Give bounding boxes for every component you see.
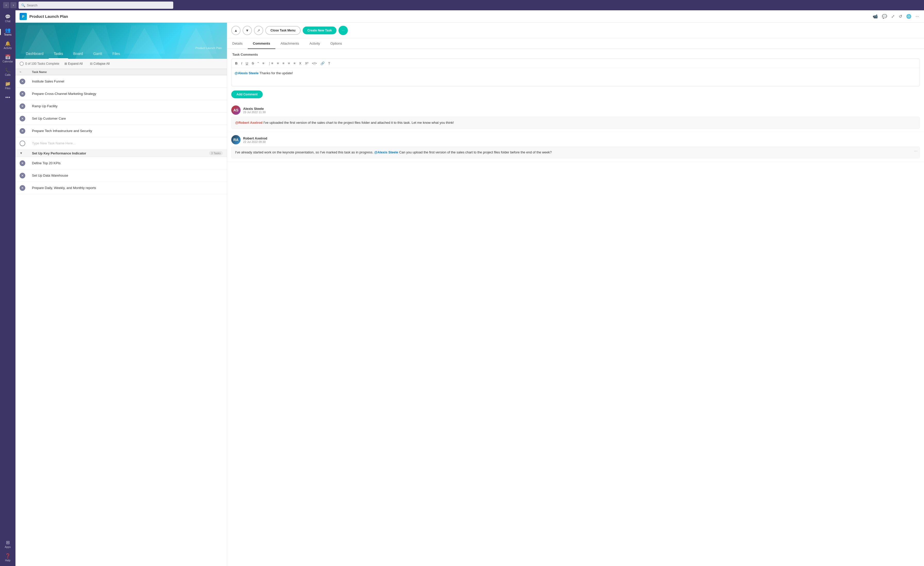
comment-author-row-2: RA Robert Axelrod 22 Jul 2022 09:30 <box>231 135 920 144</box>
format-strikeout-button[interactable]: X <box>298 61 302 66</box>
table-row[interactable]: ✕ Institute Sales Funnel <box>15 75 227 88</box>
task-group-row[interactable]: ▼ Set Up Key Performance Indicator 3 Tas… <box>15 150 227 157</box>
sidebar-more-button[interactable]: ••• <box>3 93 12 102</box>
more-actions-button[interactable]: ··· <box>339 26 348 35</box>
task-list-area: ~ Task Name ✕ Institute Sales Funnel ✕ P… <box>15 69 227 566</box>
format-underline-button[interactable]: U <box>244 61 249 66</box>
comment-text-before-2: I've already started work on the keynote… <box>235 150 374 154</box>
task-check-new[interactable] <box>20 141 25 146</box>
editor-text: Thanks for the update! <box>259 71 293 75</box>
group-chevron-icon[interactable]: ▼ <box>20 152 30 155</box>
format-align-left-button[interactable]: ≡ <box>276 61 280 66</box>
format-quote-button[interactable]: " <box>256 61 260 66</box>
chat-icon-btn[interactable]: 💬 <box>881 13 888 20</box>
collapse-all-button[interactable]: ⊟ Collapse All <box>88 61 112 66</box>
more-icon-btn[interactable]: ··· <box>915 13 920 20</box>
search-input[interactable] <box>27 3 171 7</box>
table-row[interactable]: ✕ Prepare Daily, Weekly, and Monthly rep… <box>15 182 227 194</box>
search-bar[interactable]: 🔍 <box>19 2 173 9</box>
right-action-bar: ▲ ▼ ↗ Close Task Menu Create New Task ··… <box>227 23 924 38</box>
task-check-7[interactable]: ✕ <box>20 161 25 166</box>
format-italic-button[interactable]: I <box>240 61 243 66</box>
format-strikethrough-button[interactable]: S <box>250 61 255 66</box>
navigate-down-button[interactable]: ▼ <box>243 26 252 35</box>
tab-comments[interactable]: Comments <box>248 38 275 49</box>
format-align-right-button[interactable]: ≡ <box>287 61 291 66</box>
sidebar-item-activity[interactable]: 🔔 Activity <box>1 39 14 51</box>
format-superscript-button[interactable]: X² <box>304 61 309 66</box>
task-check-5[interactable]: ✕ <box>20 128 25 134</box>
sidebar-label-apps: Apps <box>5 546 11 548</box>
expand-all-button[interactable]: ⊞ Expand All <box>62 61 85 66</box>
task-list-header: ~ Task Name <box>15 69 227 75</box>
format-indent-button[interactable]: ≡ <box>292 61 297 66</box>
tab-files[interactable]: Files <box>107 49 125 59</box>
new-task-row[interactable]: Type New Task Name Here... <box>15 137 227 150</box>
table-row[interactable]: ✕ Ramp Up Facility <box>15 100 227 113</box>
sidebar-label-teams: Teams <box>4 33 11 36</box>
task-check-1[interactable]: ✕ <box>20 79 25 84</box>
popout-icon-btn[interactable]: ⤢ <box>890 13 896 20</box>
task-check-9[interactable]: ✕ <box>20 185 25 191</box>
format-align-center-button[interactable]: ≡ <box>281 61 285 66</box>
sidebar-label-activity: Activity <box>4 47 12 50</box>
sidebar-item-help[interactable]: ❓ Help <box>1 552 14 564</box>
tab-tasks[interactable]: Tasks <box>49 49 68 59</box>
link-button[interactable]: ↗ <box>254 26 263 35</box>
tab-options[interactable]: Options <box>325 38 347 49</box>
editor-content[interactable]: @Alexis Steele Thanks for the update! <box>231 68 920 86</box>
table-row[interactable]: ✕ Set Up Customer Care <box>15 113 227 125</box>
tab-details[interactable]: Details <box>227 38 248 49</box>
format-code-button[interactable]: </> <box>311 61 318 66</box>
table-row[interactable]: ✕ Define Top 20 KPIs <box>15 157 227 170</box>
tab-gantt[interactable]: Gantt <box>88 49 107 59</box>
tab-dashboard[interactable]: Dashboard <box>21 49 49 59</box>
refresh-icon-btn[interactable]: ↺ <box>898 13 903 20</box>
tab-attachments[interactable]: Attachments <box>275 38 304 49</box>
format-link-button[interactable]: 🔗 <box>320 61 326 66</box>
task-name-1: Institute Sales Funnel <box>32 80 223 83</box>
create-new-task-button[interactable]: Create New Task <box>303 27 336 34</box>
avatar-initials-alexis: AS <box>233 108 238 112</box>
comment-editor: B I U S " ≡ ⋮≡ ≡ ≡ ≡ ≡ X X² <box>231 59 920 86</box>
table-row[interactable]: ✕ Set Up Data Warehouse <box>15 170 227 182</box>
meeting-icon-btn[interactable]: 📹 <box>872 13 879 20</box>
format-ordered-list-button[interactable]: ⋮≡ <box>267 61 274 66</box>
task-name-col-header: Task Name <box>32 71 223 74</box>
task-check-8[interactable]: ✕ <box>20 173 25 179</box>
task-check-2[interactable]: ✕ <box>20 91 25 97</box>
table-row[interactable]: ✕ Prepare Cross-Channel Marketing Strate… <box>15 88 227 100</box>
sidebar-item-calls[interactable]: 📞 Calls <box>1 66 14 78</box>
tab-board[interactable]: Board <box>68 49 88 59</box>
tab-activity[interactable]: Activity <box>304 38 325 49</box>
sidebar-item-teams[interactable]: 👥 Teams <box>1 26 14 38</box>
table-row[interactable]: ✕ Prepare Tech Infrastructure and Securi… <box>15 125 227 137</box>
calls-icon: 📞 <box>5 68 10 73</box>
add-comment-button[interactable]: Add Comment <box>231 90 263 98</box>
title-bar-actions: 📹 💬 ⤢ ↺ 🌐 ··· <box>872 13 920 20</box>
format-clear-button[interactable]: T <box>327 61 331 66</box>
close-task-menu-button[interactable]: Close Task Menu <box>265 26 301 35</box>
nav-back-button[interactable]: ‹ <box>3 2 9 8</box>
sidebar-item-calendar[interactable]: 📅 Calendar <box>1 53 14 65</box>
calendar-icon: 📅 <box>5 55 10 59</box>
new-task-placeholder[interactable]: Type New Task Name Here... <box>32 141 223 145</box>
comment-author-name-2: Robert Axelrod <box>243 137 267 140</box>
globe-icon-btn[interactable]: 🌐 <box>905 13 912 20</box>
task-check-3[interactable]: ✕ <box>20 104 25 109</box>
collapse-icon: ⊟ <box>90 62 93 66</box>
format-unordered-list-button[interactable]: ≡ <box>261 61 266 66</box>
comment-date-1: 23 Jul 2022 11:30 <box>243 111 266 114</box>
comment-more-button[interactable]: ··· <box>914 149 918 153</box>
sidebar-item-files[interactable]: 📁 Files <box>1 80 14 92</box>
sidebar-item-chat[interactable]: 💬 Chat <box>1 12 14 25</box>
comment-meta-1: Alexis Steele 23 Jul 2022 11:30 <box>243 107 266 114</box>
expand-icon: ⊞ <box>64 62 67 66</box>
sidebar-item-apps[interactable]: ⊞ Apps <box>1 538 14 551</box>
task-check-4[interactable]: ✕ <box>20 116 25 122</box>
comment-text-1: I've uploaded the first version of the s… <box>262 121 454 125</box>
format-bold-button[interactable]: B <box>234 61 238 66</box>
nav-forward-button[interactable]: › <box>10 2 16 8</box>
task-progress: 0 of 100 Tasks Complete <box>20 62 59 66</box>
navigate-up-button[interactable]: ▲ <box>231 26 240 35</box>
